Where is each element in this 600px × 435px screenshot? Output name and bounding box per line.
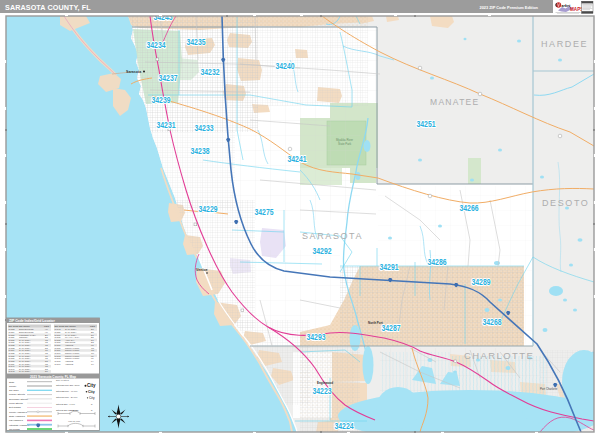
- svg-text:County Highways: County Highways: [9, 411, 28, 413]
- svg-text:34292: 34292: [313, 246, 332, 256]
- svg-text:34232: 34232: [201, 67, 220, 77]
- svg-text:34289: 34289: [55, 349, 62, 351]
- svg-text:County: County: [9, 385, 17, 387]
- svg-text:NOKOMIS: NOKOMIS: [65, 341, 76, 343]
- svg-text:US Highways: US Highways: [9, 419, 24, 421]
- svg-text:34234: 34234: [9, 349, 16, 351]
- svg-text:34240: 34240: [9, 365, 16, 367]
- svg-text:34242: 34242: [9, 370, 16, 372]
- svg-text:Port Charlotte: Port Charlotte: [540, 387, 558, 391]
- svg-text:34241: 34241: [288, 154, 307, 164]
- svg-text:34275: 34275: [255, 207, 274, 217]
- svg-text:Primary Streets: Primary Streets: [9, 393, 26, 395]
- svg-text:34235: 34235: [187, 37, 206, 47]
- svg-text:State Highways: State Highways: [9, 415, 26, 417]
- svg-text:34231: 34231: [157, 120, 176, 130]
- svg-text:34251: 34251: [417, 119, 436, 129]
- svg-text:State: State: [9, 381, 15, 383]
- svg-text:34289: 34289: [472, 277, 491, 287]
- svg-text:City: City: [89, 396, 95, 400]
- svg-text:34243: 34243: [154, 12, 173, 22]
- svg-text:34239: 34239: [152, 95, 171, 105]
- svg-text:MAPS: MAPS: [570, 7, 583, 12]
- svg-text:VENICE: VENICE: [65, 363, 74, 365]
- svg-text:34291: 34291: [380, 262, 399, 272]
- svg-text:Venice: Venice: [196, 268, 207, 272]
- svg-text:SARASOTA COUNTY, FL: SARASOTA COUNTY, FL: [5, 3, 91, 12]
- svg-text:City: City: [87, 383, 96, 388]
- svg-text:SARASOTA: SARASOTA: [19, 365, 31, 367]
- svg-text:34231: 34231: [9, 341, 16, 343]
- svg-text:SARASOTA: SARASOTA: [19, 341, 31, 343]
- svg-text:34286: 34286: [55, 341, 62, 343]
- svg-text:SARASOTA: SARASOTA: [19, 370, 31, 372]
- svg-text:34266: 34266: [55, 334, 62, 336]
- svg-text:ZIP Code: ZIP Code: [9, 389, 19, 391]
- svg-text:Englewood: Englewood: [317, 381, 333, 385]
- svg-text:34237: 34237: [9, 357, 16, 359]
- svg-text:Exit Ramps: Exit Ramps: [9, 406, 22, 408]
- svg-text:ZIP Code Index/Grid Locator: ZIP Code Index/Grid Locator: [9, 319, 55, 323]
- svg-text:SARASOTA: SARASOTA: [65, 334, 77, 336]
- svg-text:Minor Streets: Minor Streets: [9, 402, 24, 404]
- svg-text:MANATEE: MANATEE: [430, 97, 480, 107]
- svg-text:LONGBOAT KEY: LONGBOAT KEY: [19, 334, 36, 336]
- svg-text:34224: 34224: [335, 421, 354, 431]
- svg-text:Interstate Highways: Interstate Highways: [9, 424, 30, 426]
- svg-text:City: City: [88, 390, 95, 394]
- svg-text:34296: 34296: [55, 363, 62, 365]
- svg-text:DESOTO: DESOTO: [542, 198, 589, 208]
- svg-text:State Park: State Park: [338, 142, 352, 146]
- svg-text:34293: 34293: [55, 357, 62, 359]
- svg-text:Secondary Streets: Secondary Streets: [9, 398, 29, 400]
- svg-text:34293: 34293: [307, 332, 326, 342]
- svg-text:34286: 34286: [428, 257, 447, 267]
- svg-text:Sarasota: Sarasota: [126, 70, 142, 74]
- svg-text:Size of Cities: Size of Cities: [56, 379, 70, 381]
- svg-text:34237: 34237: [159, 73, 178, 83]
- svg-text:SARASOTA: SARASOTA: [19, 357, 31, 359]
- svg-text:34228: 34228: [9, 334, 16, 336]
- svg-text:HARDEE: HARDEE: [541, 39, 588, 49]
- svg-text:Major Br.: Major Br.: [70, 409, 78, 411]
- svg-text:2023 ZIP Code Premium Edition: 2023 ZIP Code Premium Edition: [479, 5, 538, 10]
- svg-text:2023 Sarasota County, FL Map: 2023 Sarasota County, FL Map: [30, 375, 76, 379]
- svg-text:34238: 34238: [191, 146, 210, 156]
- svg-text:34268: 34268: [483, 317, 502, 327]
- svg-text:CHARLOTTE: CHARLOTTE: [464, 350, 534, 361]
- svg-text:Major Br. Pass: Major Br. Pass: [68, 420, 80, 422]
- svg-text:34223: 34223: [313, 386, 332, 396]
- svg-text:NORTH PORT: NORTH PORT: [65, 349, 80, 351]
- svg-text:NORTH PORT: NORTH PORT: [65, 357, 80, 359]
- svg-text:34266: 34266: [460, 203, 479, 213]
- svg-text:34287: 34287: [382, 323, 401, 333]
- svg-text:34229: 34229: [199, 204, 218, 214]
- svg-text:34233: 34233: [195, 123, 214, 133]
- svg-text:SARASOTA: SARASOTA: [19, 349, 31, 351]
- svg-text:SARASOTA: SARASOTA: [302, 231, 363, 241]
- svg-text:34234: 34234: [147, 40, 166, 50]
- svg-text:34240: 34240: [276, 61, 295, 71]
- svg-text:Toll Roads: Toll Roads: [9, 428, 21, 430]
